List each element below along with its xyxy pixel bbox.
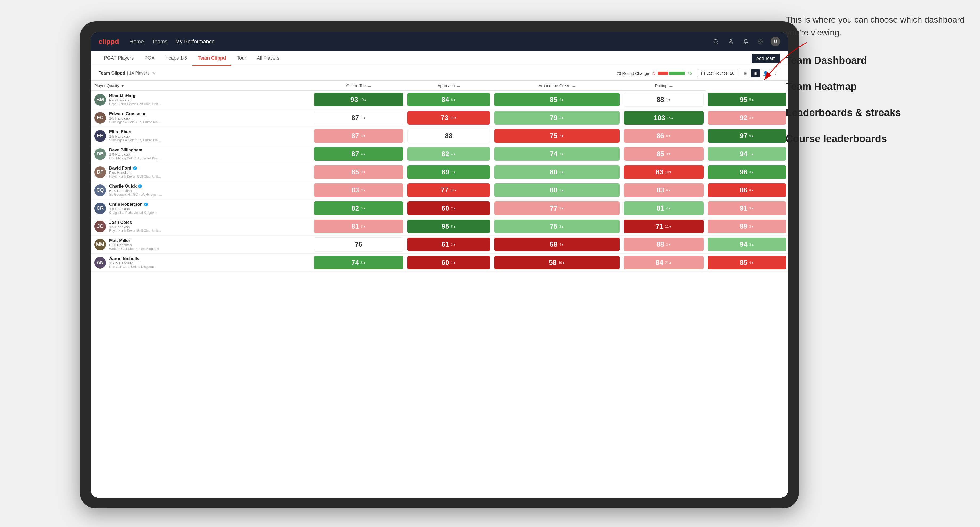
metric-putting: 94 1▲ xyxy=(706,145,788,163)
metric-value: 75 xyxy=(550,222,557,230)
change-bar xyxy=(658,71,685,75)
metric-box: 77 3▼ xyxy=(494,202,620,215)
last-rounds-button[interactable]: Last Rounds: 20 xyxy=(697,69,738,77)
table-row[interactable]: EE Elliot Ebert 1-5 Handicap Sunningdale… xyxy=(91,127,788,145)
player-handicap: 1-5 Handicap xyxy=(109,207,156,211)
metric-approach: 75 2▲ xyxy=(492,217,622,236)
table-row[interactable]: CQ Charlie Quick✓ 6-10 Handicap St. Geor… xyxy=(91,181,788,199)
metric-approach: 77 3▼ xyxy=(492,199,622,217)
metric-value: 83 xyxy=(655,168,663,176)
metric-value: 88 xyxy=(657,240,664,249)
player-name: Blair McHarg xyxy=(109,94,162,98)
tab-team-clippd[interactable]: Team Clippd xyxy=(192,51,231,66)
col-header-around-green[interactable]: Around the Green — xyxy=(492,81,622,91)
player-handicap: Plus Handicap xyxy=(109,98,162,102)
table-row[interactable]: DB Dave Billingham 1-5 Handicap Gog Mago… xyxy=(91,145,788,163)
metric-box: 86 8▼ xyxy=(708,183,786,197)
metric-player-quality: 81 3▼ xyxy=(312,217,405,236)
nav-bar: clippd Home Teams My Performance xyxy=(91,32,788,51)
metric-around-green: 88 2▼ xyxy=(622,236,706,254)
metric-box: 94 3▲ xyxy=(708,238,786,251)
metric-off-tee: 60 1▼ xyxy=(405,254,492,272)
metric-value: 83 xyxy=(351,186,359,194)
metric-box: 95 8▲ xyxy=(407,220,490,233)
metric-box: 61 3▼ xyxy=(407,238,490,251)
metric-box: 103 15▲ xyxy=(624,111,703,125)
metric-value: 97 xyxy=(740,132,748,140)
player-handicap: 6-10 Handicap xyxy=(109,243,159,247)
metric-approach: 58 10▲ xyxy=(492,254,622,272)
sort-arrow-off-tee: — xyxy=(368,84,371,87)
table-row[interactable]: CR Chris Robertson✓ 1-5 Handicap Craigmi… xyxy=(91,199,788,217)
nav-link-my-performance[interactable]: My Performance xyxy=(175,38,215,46)
tab-pga[interactable]: PGA xyxy=(139,51,160,66)
player-avatar: MM xyxy=(94,239,106,251)
metric-value: 85 xyxy=(740,259,748,267)
table-row[interactable]: JC Josh Coles 1-5 Handicap Royal North D… xyxy=(91,217,788,236)
team-name: Team Clippd xyxy=(99,71,126,76)
metric-value: 84 xyxy=(655,259,663,267)
tab-all-players[interactable]: All Players xyxy=(251,51,285,66)
search-icon[interactable] xyxy=(711,37,721,46)
table-row[interactable]: BM Blair McHarg Plus Handicap Royal Nort… xyxy=(91,91,788,109)
metric-around-green: 86 6▼ xyxy=(622,127,706,145)
player-club: Sunningdale Golf Club, United Kingdom xyxy=(109,138,162,142)
last-rounds-label: Last Rounds: xyxy=(706,71,729,75)
table-row[interactable]: EC Edward Crossman 1-5 Handicap Sunningd… xyxy=(91,109,788,127)
metric-box: 60 1▼ xyxy=(407,256,490,269)
data-table-wrapper: Player Quality ▼ Off the Tee — Approach … xyxy=(91,81,788,498)
player-club: Royal North Devon Golf Club, United King… xyxy=(109,229,162,233)
player-cell: DF David Ford✓ Plus Handicap Royal North… xyxy=(91,163,312,181)
metric-value: 88 xyxy=(657,95,664,104)
col-header-putting[interactable]: Putting — xyxy=(622,81,706,91)
annotation-item-2: Leaderboards & streaks xyxy=(786,107,972,119)
col-header-approach[interactable]: Approach — xyxy=(405,81,492,91)
metric-player-quality: 82 3▲ xyxy=(312,199,405,217)
table-row[interactable]: MM Matt Miller 6-10 Handicap Woburn Golf… xyxy=(91,236,788,254)
tab-tour[interactable]: Tour xyxy=(231,51,251,66)
player-name: Elliot Ebert xyxy=(109,130,162,135)
metric-putting: 97 5▲ xyxy=(706,127,788,145)
metric-box: 80 3▲ xyxy=(494,165,620,179)
metric-value: 83 xyxy=(657,186,664,194)
player-club: Gog Magog Golf Club, United Kingdom xyxy=(109,157,162,160)
table-row[interactable]: AN Aaron Nicholls 11-15 Handicap Drift G… xyxy=(91,254,788,272)
metric-value: 86 xyxy=(740,186,748,194)
metric-value: 58 xyxy=(549,259,557,267)
player-handicap: Plus Handicap xyxy=(109,171,162,175)
content-area: Team Clippd | 14 Players ✎ 20 Round Chan… xyxy=(91,66,788,498)
edit-icon[interactable]: ✎ xyxy=(152,71,156,76)
tab-hcaps[interactable]: Hcaps 1-5 xyxy=(160,51,192,66)
metric-box: 94 1▲ xyxy=(708,147,786,161)
player-cell: JC Josh Coles 1-5 Handicap Royal North D… xyxy=(91,217,312,236)
metric-box: 88 2▼ xyxy=(624,238,703,251)
metric-putting: 96 3▲ xyxy=(706,163,788,181)
metric-value: 77 xyxy=(441,186,448,194)
player-info: David Ford✓ Plus Handicap Royal North De… xyxy=(109,166,162,178)
player-info: Blair McHarg Plus Handicap Royal North D… xyxy=(109,94,162,106)
tab-pgat-players[interactable]: PGAT Players xyxy=(99,51,139,66)
metric-off-tee: 95 8▲ xyxy=(405,217,492,236)
metric-box: 82 3▲ xyxy=(314,202,403,215)
nav-link-teams[interactable]: Teams xyxy=(152,38,167,46)
player-handicap: 11-15 Handicap xyxy=(109,261,154,265)
metric-player-quality: 93 +9▲ xyxy=(312,91,405,109)
col-header-player[interactable]: Player Quality ▼ xyxy=(91,81,312,91)
metric-putting: 92 3▼ xyxy=(706,109,788,127)
player-info: Charlie Quick✓ 6-10 Handicap St. George'… xyxy=(109,184,162,197)
metric-value: 60 xyxy=(442,259,449,267)
metric-approach: 75 3▼ xyxy=(492,127,622,145)
table-row[interactable]: DF David Ford✓ Plus Handicap Royal North… xyxy=(91,163,788,181)
player-handicap: 1-5 Handicap xyxy=(109,152,162,157)
metric-player-quality: 83 3▼ xyxy=(312,181,405,199)
nav-link-home[interactable]: Home xyxy=(130,38,144,46)
annotation-list: Team Dashboard Team Heatmap Leaderboards… xyxy=(786,55,972,144)
metric-box: 85 8▲ xyxy=(494,93,620,106)
player-info: Chris Robertson✓ 1-5 Handicap Craigmilla… xyxy=(109,202,156,214)
col-header-off-tee[interactable]: Off the Tee — xyxy=(312,81,405,91)
metric-box: 81 4▲ xyxy=(624,202,703,215)
metric-value: 95 xyxy=(740,95,748,104)
metric-value: 82 xyxy=(351,204,359,213)
metric-value: 73 xyxy=(441,114,448,122)
svg-rect-4 xyxy=(702,72,705,75)
